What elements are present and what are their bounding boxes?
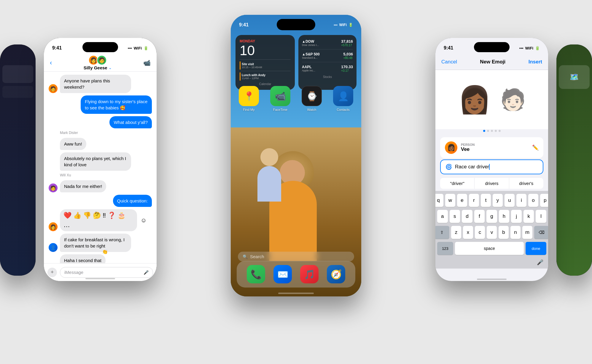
key-u[interactable]: u <box>505 194 515 207</box>
suggestion-3[interactable]: driver's <box>509 178 543 189</box>
person-name: Vee <box>461 146 475 152</box>
app-watch[interactable]: ⌚ Watch <box>298 86 325 111</box>
tapback-icon: 👏 <box>102 249 108 255</box>
stock-aapl-val: 170.33 <box>341 65 353 69</box>
key-a[interactable]: a <box>437 210 448 223</box>
key-o[interactable]: o <box>528 194 538 207</box>
key-e[interactable]: e <box>457 194 467 207</box>
emoji-text-input[interactable]: Race car driver <box>455 164 538 170</box>
back-button[interactable]: ‹ <box>50 59 52 67</box>
key-i[interactable]: i <box>516 194 526 207</box>
event-2-title: Lunch with Andy <box>242 74 265 77</box>
key-n[interactable]: n <box>510 226 521 239</box>
key-r[interactable]: r <box>469 194 479 207</box>
keyboard-mic-icon[interactable]: 🎤 <box>537 259 543 266</box>
key-z[interactable]: z <box>451 226 461 239</box>
safari-icon: 🧭 <box>327 265 345 283</box>
dock-music[interactable]: 🎵 <box>300 265 319 283</box>
app-findmy[interactable]: 📍 Find My <box>235 86 262 111</box>
battery-icon-home: 🔋 <box>348 23 353 27</box>
key-l[interactable]: l <box>536 210 546 223</box>
key-t[interactable]: t <box>481 194 491 207</box>
key-d[interactable]: d <box>462 210 472 223</box>
message-row-4: Aww fun! <box>49 138 152 150</box>
signal-icon-emoji: ▪▪▪ <box>519 46 523 50</box>
music-icon: 🎵 <box>300 265 319 283</box>
key-p[interactable]: p <box>540 194 548 207</box>
video-call-button[interactable]: 📹 <box>143 59 151 66</box>
cal-divider-1 <box>240 59 291 60</box>
key-y[interactable]: y <box>493 194 503 207</box>
emoji-bar: ❤️ 👍 👎 🤔 ‼️ ❓ 🎂 … <box>60 209 137 231</box>
key-123[interactable]: 123 <box>437 242 453 255</box>
stocks-widget[interactable]: ▲DOW Dow Jones I... 37,816 +570.17 ▲S&P … <box>298 35 357 90</box>
message-bubble-5: Absolutely no plans yet, which I kind of… <box>60 152 131 171</box>
home-app-row: 📍 Find My 📹 FaceTime ⌚ Watch 👤 Contacts <box>235 86 357 111</box>
emoji-preview-alt[interactable]: 🧑🏻 <box>500 89 526 110</box>
message-row-8: 👩 ❤️ 👍 👎 🤔 ‼️ ❓ 🎂 … ☺ <box>49 209 152 231</box>
add-attachment-button[interactable]: + <box>47 268 57 277</box>
child-body <box>257 166 281 202</box>
partial-map-area: 🗺️ <box>559 65 590 89</box>
suggestion-1[interactable]: "driver" <box>440 178 475 189</box>
group-name-row[interactable]: Silly Geese ⌄ <box>84 65 112 70</box>
app-contacts[interactable]: 👤 Contacts <box>330 86 357 111</box>
dock-mail[interactable]: ✉️ <box>273 265 292 283</box>
emoji-input-area[interactable]: 🌀 Race car driver <box>440 159 543 174</box>
emoji-add-icon[interactable]: ☺ <box>141 217 147 224</box>
key-v[interactable]: v <box>487 226 497 239</box>
key-j[interactable]: j <box>511 210 522 223</box>
message-bubble-1: Anyone have plans this weekend? <box>60 75 131 93</box>
key-q[interactable]: q <box>435 194 443 207</box>
calendar-widget[interactable]: MONDAY 10 Site visit 10:15 – 10:45AM <box>235 35 295 90</box>
key-h[interactable]: h <box>499 210 510 223</box>
cancel-button[interactable]: Cancel <box>441 59 457 65</box>
stock-dow-info: ▲DOW Dow Jones I... <box>302 39 319 47</box>
home-indicator-messages <box>85 278 115 279</box>
key-g[interactable]: g <box>486 210 497 223</box>
status-time-emoji: 9:41 <box>444 45 453 51</box>
key-backspace[interactable]: ⌫ <box>534 226 548 239</box>
person-avatar-emoji: 👩🏾 <box>447 144 455 151</box>
key-m[interactable]: m <box>522 226 532 239</box>
message-row-10: Haha I second that 👏 <box>49 254 152 263</box>
key-x[interactable]: x <box>463 226 473 239</box>
event-1-time: 10:15 – 10:45AM <box>242 66 262 69</box>
insert-button[interactable]: Insert <box>529 59 542 65</box>
emoji-preview-main[interactable]: 👩🏾 <box>458 86 491 113</box>
event-2-details: Lunch with Andy 11AM – 12PM <box>242 74 265 80</box>
messages-title: 👩 🧑 Silly Geese ⌄ <box>84 55 112 70</box>
text-cursor <box>489 164 490 170</box>
stock-aapl-sub: Apple Inc... <box>302 69 315 72</box>
status-icons-emoji: ▪▪▪ WiFi 🔋 <box>519 46 540 50</box>
edit-button[interactable]: ✏️ <box>532 144 539 151</box>
key-c[interactable]: c <box>475 226 485 239</box>
key-space[interactable]: space <box>455 242 524 255</box>
message-bubble-6: Nada for me either! <box>60 180 106 192</box>
emoji-main: 👩🏾 <box>458 86 491 113</box>
key-s[interactable]: s <box>450 210 460 223</box>
wifi-icon-emoji: WiFi <box>525 46 533 50</box>
msg-avatar-8: 👩 <box>49 222 58 231</box>
dock-phone[interactable]: 📞 <box>247 265 265 283</box>
mail-icon: ✉️ <box>273 265 292 283</box>
key-k[interactable]: k <box>523 210 534 223</box>
dock-safari[interactable]: 🧭 <box>327 265 345 283</box>
status-time-messages: 9:41 <box>52 45 62 51</box>
key-w[interactable]: w <box>445 194 455 207</box>
widget-area: MONDAY 10 Site visit 10:15 – 10:45AM <box>235 35 357 90</box>
search-bar[interactable]: 🔍 Search <box>238 252 354 261</box>
stock-dow-val: 37,816 <box>341 39 353 44</box>
key-done[interactable]: done <box>526 242 546 255</box>
group-name: Silly Geese <box>84 65 107 70</box>
key-shift[interactable]: ⇧ <box>435 226 449 239</box>
watch-icon: ⌚ <box>302 86 322 106</box>
person-info: 👩🏾 PERSON Vee <box>445 141 475 154</box>
message-input-field[interactable]: iMessage 🎤 <box>60 267 153 278</box>
key-b[interactable]: b <box>499 226 509 239</box>
search-placeholder: Search <box>250 254 264 259</box>
messages-body: 🧑 Anyone have plans this weekend? Flying… <box>44 72 157 263</box>
suggestion-2[interactable]: drivers <box>475 178 509 189</box>
key-f[interactable]: f <box>474 210 485 223</box>
app-facetime[interactable]: 📹 FaceTime <box>267 86 294 111</box>
